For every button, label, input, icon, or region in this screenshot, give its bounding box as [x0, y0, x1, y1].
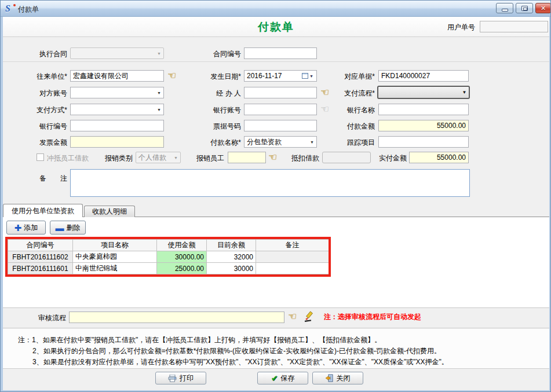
close-form-button[interactable]: 关闭: [312, 372, 363, 384]
tracking-project-label: 跟踪项目: [334, 137, 375, 148]
invoice-amount-label: 发票金额: [12, 137, 67, 148]
chevron-down-icon: ▼: [309, 74, 313, 78]
cell-remark[interactable]: [256, 263, 329, 274]
print-button-label: 打印: [180, 373, 194, 383]
save-button[interactable]: ✔ 保存: [257, 372, 308, 384]
remark-textarea[interactable]: [70, 169, 470, 197]
table-row[interactable]: FBHT2016111602 中央豪庭柿园 30000.00 32000: [8, 251, 329, 263]
offset-employee-loan-checkbox: [37, 153, 44, 161]
handler-label: 经 办 人: [192, 87, 241, 99]
exit-door-icon: [326, 374, 334, 382]
occur-date-field[interactable]: 2016-11-17 ▼: [244, 70, 317, 82]
payment-name-combo[interactable]: 分包垫资款 ▼: [244, 136, 317, 148]
payment-amount-label: 付款金额: [334, 120, 375, 132]
maximize-button[interactable]: [516, 3, 533, 13]
payment-name-label: 付款名称*: [192, 137, 241, 148]
cell-current-balance[interactable]: 32000: [207, 251, 256, 263]
handler-input[interactable]: [244, 87, 317, 98]
chevron-down-icon: ▼: [155, 52, 163, 56]
approval-picker-hand-icon[interactable]: ☜: [288, 311, 300, 323]
offset-employee-loan-label: 冲抵员工借款: [47, 152, 93, 164]
counterparty-input[interactable]: [70, 70, 164, 82]
occur-date-value: 2016-11-17: [245, 72, 299, 80]
cell-contract-no[interactable]: FBHT2016111602: [8, 251, 73, 263]
payment-name-value: 分包垫资款: [245, 137, 308, 147]
counterparty-picker-hand-icon[interactable]: ☜: [167, 70, 179, 82]
delete-button[interactable]: ▬ 删除: [50, 221, 86, 235]
payment-method-combo[interactable]: ▼: [70, 104, 164, 115]
tracking-project-input[interactable]: [378, 136, 469, 148]
payment-amount-input[interactable]: [378, 120, 469, 131]
approval-flow-input[interactable]: [69, 312, 284, 323]
signature-pen-icon[interactable]: [303, 310, 316, 323]
reimburse-employee-input[interactable]: [228, 152, 266, 163]
minus-icon: ▬: [56, 224, 64, 232]
printer-icon: [168, 375, 177, 382]
col-contract-no: 合同编号: [8, 240, 73, 251]
calendar-dropdown-button[interactable]: ▼: [299, 71, 316, 81]
chevron-down-icon: ▼: [460, 90, 469, 95]
cell-remark[interactable]: [256, 251, 329, 263]
calendar-icon: [302, 73, 308, 79]
chevron-down-icon: ▼: [308, 140, 316, 144]
bank-name-label: 银行名称: [334, 104, 375, 116]
header-band: 付款单 用户单号: [3, 17, 549, 37]
contract-no-input[interactable]: [244, 47, 317, 59]
bank-account-input[interactable]: [244, 104, 317, 115]
tab-payee-detail[interactable]: 收款人明细: [84, 206, 135, 217]
reimburse-employee-picker-hand-icon[interactable]: ☜: [268, 152, 280, 163]
close-form-button-label: 关闭: [337, 373, 351, 383]
actual-amount-input[interactable]: [409, 152, 469, 163]
handler-picker-hand-icon[interactable]: ☜: [320, 87, 332, 98]
ref-doc-input[interactable]: [378, 70, 469, 82]
counterparty-label: 往来单位*: [12, 71, 67, 82]
bank-name-input[interactable]: [378, 104, 469, 115]
close-icon: ✕: [541, 5, 546, 12]
chevron-down-icon: ▼: [171, 156, 180, 160]
cell-contract-no[interactable]: FBHT2016111601: [8, 263, 73, 274]
bill-no-input[interactable]: [244, 120, 317, 131]
user-order-no-input[interactable]: [480, 21, 548, 32]
bank-account-picker-hand-icon: ☜: [320, 104, 332, 115]
tab-label: 收款人明细: [92, 207, 127, 215]
bank-account-label: 银行账号: [192, 104, 241, 116]
opponent-account-combo[interactable]: ▼: [70, 87, 164, 98]
plus-icon: ✚: [14, 224, 22, 232]
note-line-2: 2、如果执行的分包合同，那么可付款金额=付款基数*付款限额%-(应收履约保证金-…: [32, 346, 441, 356]
reimburse-type-label: 报销类别: [99, 152, 133, 164]
invoice-amount-input[interactable]: [70, 136, 164, 148]
add-button[interactable]: ✚ 添加: [6, 221, 46, 235]
note-line-1: 注：1、如果在付款中要"报销员工借款"，请在【冲抵员工借款】上打钩，并填写好【报…: [18, 335, 381, 345]
save-button-label: 保存: [280, 373, 294, 383]
contract-no-label: 合同编号: [192, 48, 241, 60]
cell-project-name[interactable]: 中南世纪锦城: [73, 263, 157, 274]
window-title: 付款单: [18, 5, 39, 14]
reimburse-employee-label: 报销员工: [191, 152, 224, 164]
add-button-label: 添加: [24, 223, 38, 233]
reimburse-type-value: 个人借款: [136, 153, 171, 163]
advance-funds-table: 合同编号 项目名称 使用金额 目前余额 备注 FBHT2016111602 中央…: [8, 239, 329, 274]
note-line-3: 3、如果是付款没有对应付款单据，请在付款名称中写明"XX预付款"、"XX订货款"…: [32, 357, 448, 367]
cell-use-amount[interactable]: 25000.00: [157, 263, 207, 274]
table-header-row: 合同编号 项目名称 使用金额 目前余额 备注: [8, 240, 329, 251]
opponent-account-label: 对方账号: [12, 87, 67, 99]
cell-current-balance[interactable]: 30000: [207, 263, 256, 274]
cell-use-amount[interactable]: 30000.00: [157, 251, 207, 263]
bank-code-input[interactable]: [70, 120, 164, 131]
check-icon: ✔: [271, 373, 278, 383]
bill-no-label: 票据号码: [192, 120, 241, 132]
col-project-name: 项目名称: [73, 240, 157, 251]
titlebar[interactable]: S 付款单 ✕: [1, 1, 550, 17]
chevron-down-icon: ▼: [155, 91, 163, 95]
tab-subcontract-advance[interactable]: 使用分包单位垫资款: [3, 204, 83, 217]
cell-project-name[interactable]: 中央豪庭柿园: [73, 251, 157, 263]
print-button[interactable]: 打印: [155, 372, 206, 384]
table-row[interactable]: FBHT2016111601 中南世纪锦城 25000.00 30000: [8, 263, 329, 274]
approval-flow-label: 审核流程: [32, 312, 66, 324]
minimize-button[interactable]: [496, 3, 513, 13]
col-remark: 备注: [256, 240, 329, 251]
occur-date-label: 发生日期*: [192, 71, 241, 82]
payment-flow-combo[interactable]: ▼: [377, 86, 470, 99]
close-button[interactable]: ✕: [535, 3, 551, 13]
deduct-loan-label: 抵扣借款: [286, 152, 319, 164]
